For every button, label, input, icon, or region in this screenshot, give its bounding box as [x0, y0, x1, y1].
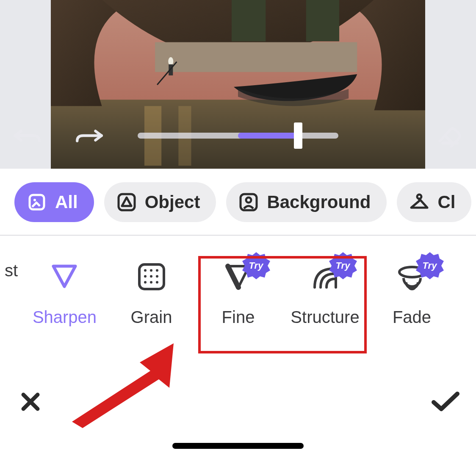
scope-tab-label: Cl: [437, 192, 455, 212]
try-badge-label: Try: [336, 260, 350, 271]
svg-rect-2: [232, 0, 266, 42]
eraser-button[interactable]: [434, 123, 464, 148]
effect-label: st: [5, 261, 18, 280]
scope-tab-background[interactable]: Background: [226, 182, 387, 222]
effect-label: Grain: [131, 308, 172, 327]
effect-label: Sharpen: [33, 308, 97, 327]
effect-fine[interactable]: TryFine: [195, 261, 282, 327]
scope-tab-clothes[interactable]: Cl: [397, 182, 471, 222]
object-icon: [116, 192, 137, 213]
layer-icon: [26, 192, 47, 213]
try-badge-label: Try: [249, 260, 263, 271]
apply-button[interactable]: [430, 387, 461, 417]
svg-rect-4: [155, 42, 357, 72]
cancel-button[interactable]: [15, 387, 46, 417]
scope-tab-label: Background: [267, 192, 371, 212]
effect-sharpen[interactable]: Sharpen: [21, 261, 108, 327]
scope-tab-label: Object: [145, 192, 200, 212]
try-badge: Try: [328, 251, 358, 281]
image-preview: [0, 0, 476, 169]
hanger-icon: [409, 192, 430, 213]
try-badge: Try: [415, 251, 445, 281]
slider-fill: [238, 133, 298, 139]
effect-label: Fade: [393, 308, 431, 327]
triangle-down: [49, 261, 80, 292]
fade-icon: Try: [396, 261, 428, 292]
try-badge-label: Try: [423, 260, 437, 271]
redo-button[interactable]: [74, 123, 105, 148]
effect-structure[interactable]: TryStructure: [282, 261, 368, 327]
scope-tab-all[interactable]: All: [14, 182, 94, 222]
effect-fade[interactable]: TryFade: [368, 261, 455, 327]
fine-icon: Try: [223, 261, 254, 292]
person-icon: [238, 192, 259, 213]
effect-grain[interactable]: Grain: [108, 261, 195, 327]
effect-prev_cut[interactable]: st: [0, 261, 21, 280]
effect-label: Fine: [222, 308, 255, 327]
grain-icon: [136, 261, 167, 292]
scope-tab-row: AllObjectBackgroundCl: [0, 169, 476, 235]
home-indicator: [172, 443, 304, 449]
slider-thumb[interactable]: [294, 122, 302, 149]
effects-row: stSharpenGrainTryFineTryStructureTryFade: [0, 236, 476, 363]
edited-photo: [51, 0, 425, 169]
scope-tab-label: All: [55, 192, 78, 212]
intensity-slider[interactable]: [138, 131, 338, 140]
scope-tab-object[interactable]: Object: [104, 182, 216, 222]
try-badge: Try: [241, 251, 271, 281]
svg-rect-3: [306, 0, 339, 42]
effect-label: Structure: [291, 308, 359, 327]
bottom-bar: [0, 370, 476, 459]
undo-button[interactable]: [12, 123, 42, 148]
structure-icon: Try: [310, 261, 341, 292]
